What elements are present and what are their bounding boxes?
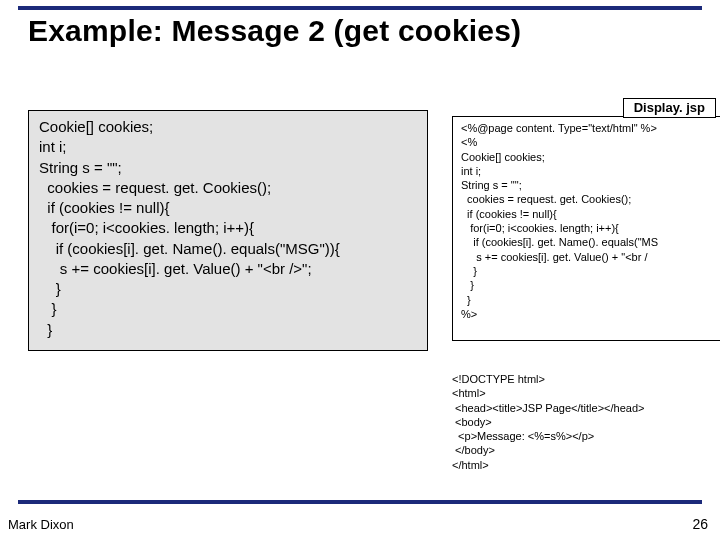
bottom-rule — [18, 500, 702, 504]
code-snippet-left: Cookie[] cookies; int i; String s = ""; … — [28, 110, 428, 351]
top-rule — [18, 6, 702, 10]
slide-title: Example: Message 2 (get cookies) — [28, 14, 521, 48]
code-snippet-right: <%@page content. Type="text/html" %> <% … — [452, 116, 720, 341]
author-name: Mark Dixon — [8, 517, 74, 532]
html-snippet-right: <!DOCTYPE html> <html> <head><title>JSP … — [452, 372, 720, 472]
file-label-tab: Display. jsp — [623, 98, 716, 118]
slide-number: 26 — [692, 516, 708, 532]
